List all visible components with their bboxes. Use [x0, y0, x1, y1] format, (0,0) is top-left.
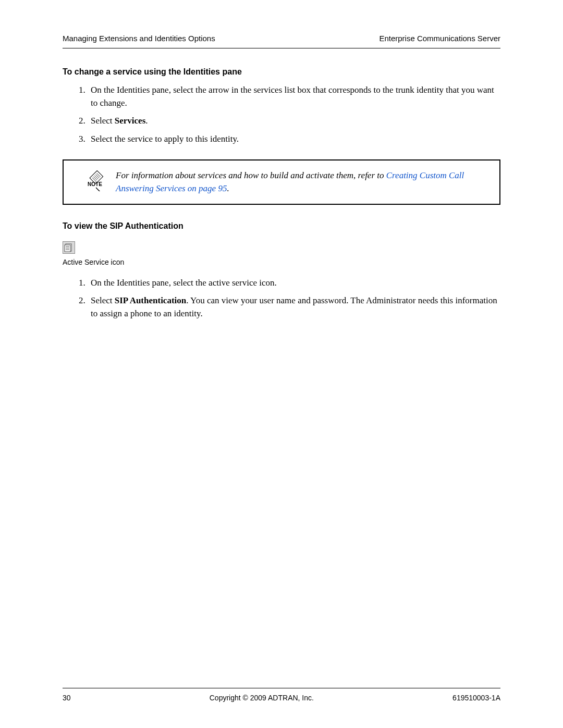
- header-right: Enterprise Communications Server: [379, 34, 500, 43]
- copyright: Copyright © 2009 ADTRAN, Inc.: [210, 694, 314, 702]
- active-service-icon: [63, 241, 75, 254]
- section-heading: To view the SIP Authentication: [63, 221, 500, 231]
- list-item: On the Identities pane, select the activ…: [88, 277, 500, 290]
- page: Managing Extensions and Identities Optio…: [0, 0, 563, 728]
- ordered-list: On the Identities pane, select the activ…: [88, 277, 500, 320]
- svg-text:NOTE: NOTE: [88, 181, 102, 187]
- note-box: NOTE For information about services and …: [63, 159, 500, 205]
- page-header: Managing Extensions and Identities Optio…: [63, 34, 500, 48]
- page-number: 30: [63, 694, 71, 702]
- section-heading: To change a service using the Identities…: [63, 67, 500, 77]
- section-sip-auth: To view the SIP Authentication Active Se…: [63, 221, 500, 320]
- section-change-service: To change a service using the Identities…: [63, 67, 500, 146]
- note-icon: NOTE: [74, 170, 116, 193]
- list-item: On the Identities pane, select the arrow…: [88, 84, 500, 109]
- icon-caption: Active Service icon: [63, 258, 500, 266]
- list-item: Select Services.: [88, 115, 500, 128]
- active-service-icon-wrapper: Active Service icon: [63, 238, 500, 266]
- doc-id: 619510003-1A: [452, 694, 500, 702]
- list-item: Select the service to apply to this iden…: [88, 133, 500, 146]
- list-item: Select SIP Authentication. You can view …: [88, 294, 500, 320]
- page-footer: 30 Copyright © 2009 ADTRAN, Inc. 6195100…: [63, 688, 500, 702]
- header-left: Managing Extensions and Identities Optio…: [63, 34, 215, 43]
- note-text: For information about services and how t…: [116, 169, 489, 195]
- ordered-list: On the Identities pane, select the arrow…: [88, 84, 500, 146]
